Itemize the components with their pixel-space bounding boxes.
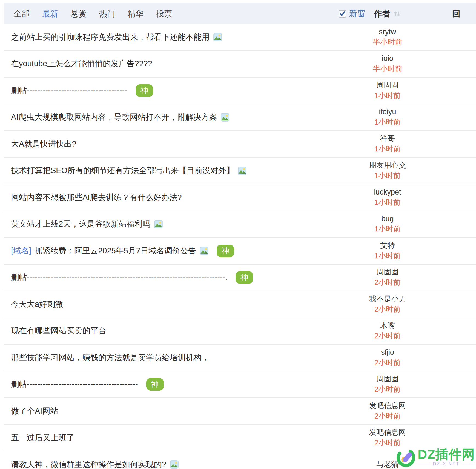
thread-time: 2小时前	[374, 305, 401, 314]
filter-tab[interactable]: 投票	[156, 10, 172, 18]
shen-badge: 神	[236, 271, 253, 284]
thread-title[interactable]: 在youtube上怎么才能悄悄的发广告????	[11, 58, 152, 69]
thread-author[interactable]: 发吧信息网	[369, 428, 406, 437]
thread-author[interactable]: luckypet	[374, 188, 401, 196]
thread-author-col: 朋友用心交 1小时前	[356, 161, 419, 180]
thread-author[interactable]: bug	[381, 215, 394, 223]
thread-author[interactable]: 朋友用心交	[369, 161, 406, 170]
thread-title-wrap: 五一过后又上班了	[11, 425, 74, 451]
thread-time: 2小时前	[374, 359, 401, 367]
thread-title-wrap: 删帖--------------------------------------…	[11, 78, 153, 104]
thread-author[interactable]: 我不是小刀	[369, 295, 406, 303]
thread-author-col: bug 1小时前	[356, 215, 419, 234]
thread-row: 删帖--------------------------------------…	[4, 78, 476, 104]
thread-row: 那些技能学习网站，赚钱的方法就是卖学员给培训机构， sfjio 2小时前	[4, 345, 476, 371]
shen-badge: 神	[217, 245, 234, 257]
filter-tab[interactable]: 热门	[99, 10, 115, 18]
thread-author[interactable]: 周固固	[377, 375, 399, 384]
thread-title[interactable]: 做了个AI网站	[11, 406, 58, 417]
thread-author[interactable]: ifeiyu	[379, 108, 396, 116]
thread-author[interactable]: 祥哥	[380, 135, 395, 143]
thread-author-col: 木嘴 2小时前	[356, 322, 419, 341]
thread-time: 2小时前	[374, 412, 401, 421]
thread-author[interactable]: 木嘴	[380, 322, 395, 330]
thread-time: 1小时前	[374, 198, 401, 207]
thread-time: 1小时前	[374, 145, 401, 153]
thread-author[interactable]: ioio	[382, 55, 393, 63]
thread-title[interactable]: 删帖--------------------------------------…	[11, 379, 138, 390]
thread-author-col: srytw 半小时前	[356, 28, 419, 47]
thread-title[interactable]: 删帖--------------------------------------…	[11, 272, 227, 283]
thread-title[interactable]: 技术打算把SEO所有的细节还有方法全部写出来【目前没对外】	[11, 165, 234, 176]
reply-column-label: 回	[452, 8, 460, 19]
thread-author[interactable]: 周固固	[377, 268, 399, 277]
thread-title[interactable]: 今天大a好刺激	[11, 299, 63, 310]
author-column-header[interactable]: 作者	[374, 3, 401, 24]
thread-author[interactable]: 与老猫	[377, 460, 399, 469]
thread-time: 1小时前	[374, 118, 401, 127]
filter-tab[interactable]: 最新	[42, 10, 58, 18]
thread-row: 现在有哪些网站买卖的平台 木嘴 2小时前	[4, 318, 476, 345]
thread-title[interactable]: 现在有哪些网站买卖的平台	[11, 325, 106, 336]
thread-title[interactable]: 网站内容不想被那些AI爬去训练？有什么好办法?	[11, 192, 182, 203]
thread-row: 请教大神，微信群里这种操作是如何实现的? 与老猫	[4, 451, 476, 469]
thread-author[interactable]: 艾特	[380, 241, 395, 250]
thread-title-wrap: 那些技能学习网站，赚钱的方法就是卖学员给培训机构，	[11, 345, 210, 371]
image-attachment-icon	[238, 167, 246, 175]
thread-title-wrap: 大A就是快进快出?	[11, 131, 76, 157]
thread-title[interactable]: 之前站上买的引蜘蛛程序免费发出来，帮看下还能不能用	[11, 32, 210, 43]
sort-arrows-icon[interactable]	[393, 10, 401, 18]
filter-tab[interactable]: 精华	[128, 10, 144, 18]
thread-row: 五一过后又上班了 发吧信息网 2小时前	[4, 425, 476, 452]
image-attachment-icon	[221, 113, 229, 122]
thread-author-col: ioio 半小时前	[356, 55, 419, 73]
thread-author-col: 周固固 1小时前	[356, 81, 419, 100]
thread-title[interactable]: 请教大神，微信群里这种操作是如何实现的?	[11, 459, 166, 469]
shen-badge: 神	[136, 84, 153, 97]
thread-author[interactable]: srytw	[379, 28, 396, 36]
thread-list: 之前站上买的引蜘蛛程序免费发出来，帮看下还能不能用 srytw 半小时前 在yo…	[4, 24, 476, 469]
filter-tabs: 全部最新悬赏热门精华投票	[4, 10, 172, 18]
shen-badge: 神	[146, 378, 164, 391]
thread-title[interactable]: 五一过后又上班了	[11, 432, 74, 443]
thread-time: 1小时前	[374, 91, 401, 100]
thread-time: 半小时前	[373, 38, 402, 47]
thread-time: 1小时前	[374, 252, 401, 260]
thread-row: 今天大a好刺激 我不是小刀 2小时前	[4, 291, 476, 318]
thread-row: 在youtube上怎么才能悄悄的发广告???? ioio 半小时前	[4, 51, 476, 78]
thread-title[interactable]: AI爬虫大规模爬取网站内容，导致网站打不开，附解决方案	[11, 112, 217, 123]
thread-title[interactable]: 那些技能学习网站，赚钱的方法就是卖学员给培训机构，	[11, 352, 210, 363]
thread-title-wrap: 技术打算把SEO所有的细节还有方法全部写出来【目前没对外】	[11, 158, 246, 184]
thread-title-wrap: AI爬虫大规模爬取网站内容，导致网站打不开，附解决方案	[11, 104, 229, 131]
thread-author-col: 祥哥 1小时前	[356, 135, 419, 153]
thread-row: 大A就是快进快出? 祥哥 1小时前	[4, 131, 476, 158]
thread-author[interactable]: 发吧信息网	[369, 402, 406, 410]
thread-title[interactable]: 抓紧续费：阿里云2025年5月7日域名调价公告	[35, 245, 196, 256]
thread-row: 做了个AI网站 发吧信息网 2小时前	[4, 398, 476, 425]
thread-time: 2小时前	[374, 332, 401, 341]
reply-column-header[interactable]: 回	[452, 3, 460, 24]
thread-title-wrap: 今天大a好刺激	[11, 291, 63, 318]
thread-time: 2小时前	[374, 439, 401, 447]
image-attachment-icon	[170, 460, 179, 469]
thread-category-link[interactable]: [域名]	[11, 245, 31, 256]
new-window-toggle[interactable]: 新窗	[339, 3, 365, 24]
thread-title-wrap: 做了个AI网站	[11, 398, 58, 424]
filter-tab[interactable]: 全部	[14, 10, 30, 18]
new-window-label[interactable]: 新窗	[349, 8, 365, 19]
new-window-checkbox[interactable]	[339, 10, 346, 18]
thread-author[interactable]: sfjio	[381, 348, 394, 357]
thread-author-col: luckypet 1小时前	[356, 188, 419, 207]
thread-author-col: 发吧信息网 2小时前	[356, 402, 419, 421]
thread-title-wrap: 网站内容不想被那些AI爬去训练？有什么好办法?	[11, 184, 182, 211]
image-attachment-icon	[200, 247, 208, 255]
thread-title[interactable]: 英文站才上线2天，这是谷歌新站福利吗	[11, 219, 150, 230]
thread-title[interactable]: 大A就是快进快出?	[11, 139, 76, 150]
thread-time: 2小时前	[374, 385, 401, 394]
filter-tab[interactable]: 悬赏	[71, 10, 87, 18]
thread-title[interactable]: 删帖--------------------------------------	[11, 85, 127, 96]
thread-author-col: ifeiyu 1小时前	[356, 108, 419, 127]
image-attachment-icon	[154, 220, 163, 228]
thread-author[interactable]: 周固固	[377, 81, 399, 90]
check-icon	[340, 11, 345, 17]
